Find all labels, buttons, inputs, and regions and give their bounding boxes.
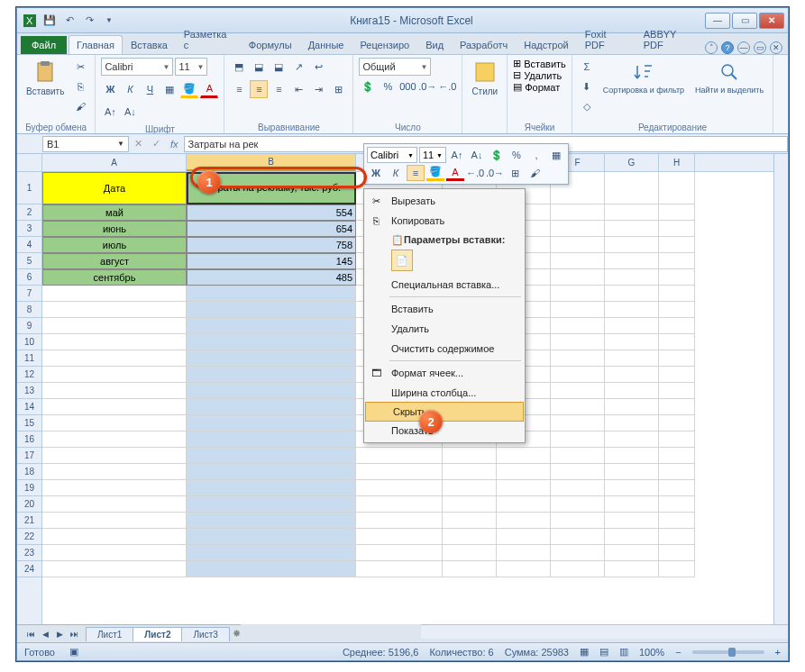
mini-format-painter-icon[interactable]: 🖌 [526, 165, 544, 181]
align-middle-icon[interactable]: ⬓ [250, 58, 268, 76]
grow-font-icon[interactable]: A↑ [101, 103, 119, 121]
row-header[interactable]: 20 [17, 496, 41, 513]
next-sheet-icon[interactable]: ▶ [53, 628, 66, 640]
qat-dropdown-icon[interactable]: ▼ [100, 12, 118, 30]
comma-icon[interactable]: 000 [398, 77, 416, 95]
mini-comma-icon[interactable]: , [527, 147, 545, 163]
cut-icon[interactable]: ✂ [71, 58, 89, 76]
mini-italic-icon[interactable]: К [387, 165, 405, 181]
zoom-out-icon[interactable]: − [675, 647, 681, 658]
mini-font-combo[interactable]: Calibri▼ [367, 147, 417, 163]
bold-button[interactable]: Ж [101, 80, 119, 98]
mini-align-center-icon[interactable]: ≡ [407, 165, 425, 181]
percent-icon[interactable]: % [379, 77, 397, 95]
mini-bold-icon[interactable]: Ж [367, 165, 385, 181]
wrap-text-icon[interactable]: ↩ [309, 58, 327, 76]
row-header[interactable]: 1 [17, 172, 41, 204]
horizontal-scrollbar[interactable] [421, 624, 788, 639]
ctx-format-cells[interactable]: 🗔Формат ячеек... [364, 363, 525, 383]
cancel-formula-icon[interactable]: ✕ [129, 135, 147, 153]
maximize-button[interactable]: ▭ [732, 13, 757, 29]
tab-addins[interactable]: Надстрой [516, 35, 576, 54]
col-header-a[interactable]: A [42, 154, 187, 171]
ctx-copy[interactable]: ⎘Копировать [364, 211, 525, 231]
font-name-combo[interactable]: Calibri▼ [101, 58, 173, 76]
ctx-paste-special[interactable]: Специальная вставка... [364, 275, 525, 295]
styles-button[interactable]: Стили [468, 58, 501, 98]
decrease-decimal-icon[interactable]: ←.0 [438, 77, 456, 95]
clear-icon[interactable]: ◇ [578, 97, 596, 115]
align-top-icon[interactable]: ⬒ [230, 58, 248, 76]
col-header-h[interactable]: H [659, 154, 695, 171]
cell[interactable]: август [42, 253, 187, 269]
first-sheet-icon[interactable]: ⏮ [24, 628, 37, 640]
row-header[interactable]: 2 [17, 204, 41, 221]
align-left-icon[interactable]: ≡ [230, 80, 248, 98]
cell[interactable]: июль [42, 237, 187, 253]
ctx-column-width[interactable]: Ширина столбца... [364, 383, 525, 403]
autosum-icon[interactable]: Σ [578, 58, 596, 76]
row-header[interactable]: 16 [17, 431, 41, 448]
mini-shrink-font-icon[interactable]: A↓ [468, 147, 486, 163]
cells-delete-button[interactable]: ⊟Удалить [513, 69, 562, 81]
select-all-corner[interactable] [17, 154, 41, 172]
macro-record-icon[interactable]: ▣ [69, 646, 78, 658]
increase-decimal-icon[interactable]: .0→ [418, 77, 436, 95]
indent-dec-icon[interactable]: ⇤ [289, 80, 307, 98]
row-header[interactable]: 13 [17, 383, 41, 399]
doc-restore-icon[interactable]: ▭ [754, 41, 766, 54]
ctx-delete[interactable]: Удалить [364, 319, 525, 339]
view-layout-icon[interactable]: ▤ [599, 646, 608, 658]
row-header[interactable]: 17 [17, 448, 41, 464]
currency-icon[interactable]: 💲 [359, 77, 377, 95]
cell[interactable]: 758 [187, 237, 356, 253]
row-header[interactable]: 19 [17, 480, 41, 496]
border-icon[interactable]: ▦ [160, 80, 178, 98]
name-box[interactable]: B1▼ [42, 136, 129, 152]
col-header-g[interactable]: G [605, 154, 659, 171]
row-header[interactable]: 14 [17, 399, 41, 415]
prev-sheet-icon[interactable]: ◀ [39, 628, 51, 640]
row-header[interactable]: 12 [17, 367, 41, 383]
tab-abbyy[interactable]: ABBYY PDF [636, 24, 705, 54]
copy-icon[interactable]: ⎘ [71, 77, 89, 95]
paste-default-icon[interactable]: 📄 [391, 250, 413, 271]
align-center-icon[interactable]: ≡ [250, 80, 268, 98]
fill-icon[interactable]: ⬇ [578, 77, 596, 95]
sort-filter-button[interactable]: Сортировка и фильтр [599, 58, 688, 97]
tab-formulas[interactable]: Формулы [241, 35, 300, 54]
tab-layout[interactable]: Разметка с [176, 24, 241, 54]
ctx-clear[interactable]: Очистить содержимое [364, 339, 525, 359]
ctx-paste-option[interactable]: 📄 [364, 248, 525, 275]
sheet-tab[interactable]: Лист1 [86, 627, 133, 641]
paste-button[interactable]: Вставить [23, 58, 68, 98]
format-painter-icon[interactable]: 🖌 [71, 97, 89, 115]
find-select-button[interactable]: Найти и выделить [691, 58, 767, 97]
tab-insert[interactable]: Вставка [123, 35, 176, 54]
cell[interactable]: 554 [187, 204, 356, 221]
font-size-combo[interactable]: 11▼ [175, 58, 207, 76]
align-bottom-icon[interactable]: ⬓ [270, 58, 288, 76]
cell[interactable] [659, 172, 695, 204]
fill-color-icon[interactable]: 🪣 [180, 80, 198, 98]
sheet-tab[interactable]: Лист2 [133, 627, 182, 641]
save-icon[interactable]: 💾 [41, 12, 59, 30]
tab-data[interactable]: Данные [300, 35, 352, 54]
cell[interactable] [605, 172, 659, 204]
row-header[interactable]: 9 [17, 318, 41, 334]
mini-fill-color-icon[interactable]: 🪣 [426, 165, 444, 181]
cell[interactable]: Дата [42, 172, 187, 204]
tab-view[interactable]: Вид [417, 35, 452, 54]
mini-dec-decimal-icon[interactable]: ←.0 [466, 165, 484, 181]
cells-insert-button[interactable]: ⊞Вставить [513, 58, 566, 69]
ctx-hide[interactable]: Скрыть [365, 402, 524, 422]
enter-formula-icon[interactable]: ✓ [147, 135, 165, 153]
new-sheet-icon[interactable]: ✸ [233, 628, 241, 640]
cell[interactable]: 654 [187, 221, 356, 237]
row-header[interactable]: 7 [17, 286, 41, 302]
row-header[interactable]: 18 [17, 464, 41, 480]
vertical-scrollbar[interactable] [773, 154, 788, 624]
doc-minimize-icon[interactable]: — [737, 41, 750, 54]
mini-currency-icon[interactable]: 💲 [488, 147, 506, 163]
cell[interactable]: июнь [42, 221, 187, 237]
